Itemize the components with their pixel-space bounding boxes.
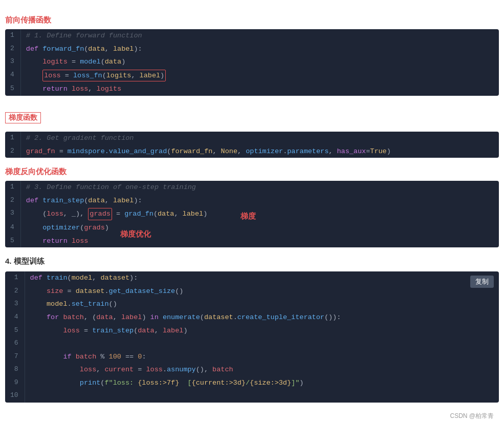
table-row: 1 # 3. Define function of one-step train…	[5, 181, 499, 194]
param: label	[113, 45, 134, 53]
variable: batch	[76, 353, 97, 361]
function-name: train	[47, 274, 68, 282]
function-name: optimizer	[246, 148, 283, 155]
grad-opt-title: 梯度反向优化函数	[5, 167, 499, 177]
variable: logits	[97, 85, 122, 93]
model-train-code-block: 复制 1 def train(model, dataset): 2 size =…	[5, 271, 499, 403]
comma: ,	[105, 45, 113, 53]
grad-opt-code-block: 1 # 3. Define function of one-step train…	[5, 181, 499, 247]
line-number: 7	[5, 350, 25, 364]
param: label	[140, 72, 161, 79]
param-true: True	[370, 148, 386, 155]
forward-code-block: 1 # 1. Define forward function 2 def for…	[5, 29, 499, 96]
code-line: logits = model(data)	[20, 55, 499, 69]
table-row: 5 return loss, logits	[5, 82, 499, 96]
function-name: print	[80, 379, 101, 387]
function-name: forward_fn	[42, 45, 84, 53]
code-line	[25, 337, 499, 350]
watermark: CSDN @柏常青	[5, 412, 499, 420]
variable: batch	[63, 313, 84, 321]
variable: loss	[72, 85, 88, 93]
method-name: create_tuple_iterator	[237, 313, 324, 321]
code-line: (loss, _), grads = grad_fn(data, label)	[20, 207, 499, 221]
param: data	[88, 45, 104, 53]
table-row: 5 return loss	[5, 235, 499, 248]
line-number: 5	[5, 324, 25, 338]
function-name: mindspore.value_and_grad	[68, 148, 167, 155]
model-train-title: 4. 模型训练	[5, 257, 499, 266]
line-number: 3	[5, 298, 25, 311]
line-number: 6	[5, 337, 25, 350]
table-row: 1 # 2. Get gradient function	[5, 132, 499, 145]
variable: size	[47, 287, 63, 295]
line-number: 3	[5, 207, 20, 221]
code-line: def forward_fn(data, label):	[20, 43, 499, 56]
variable: logits	[42, 58, 68, 66]
paren: )	[160, 72, 164, 79]
line-number: 2	[5, 145, 20, 158]
keyword: return	[42, 237, 68, 245]
gradient-title: 梯度函数	[5, 112, 41, 123]
function-name: model	[80, 58, 101, 66]
param: None	[221, 148, 237, 155]
code-line-highlighted: loss = loss_fn(logits, label)	[20, 69, 499, 83]
table-row: 2 def train_step(data, label):	[5, 194, 499, 207]
line-number: 2	[5, 285, 25, 298]
param: model	[72, 274, 93, 282]
table-row: 1 # 1. Define forward function	[5, 29, 499, 43]
model-train-section: 4. 模型训练 复制 1 def train(model, dataset): …	[5, 257, 499, 403]
code-line: print(f"loss: {loss:>7f} [{current:>3d}/…	[25, 376, 499, 390]
table-row: 9 print(f"loss: {loss:>7f} [{current:>3d…	[5, 376, 499, 390]
gradient-code-block: 1 # 2. Get gradient function 2 grad_fn =…	[5, 132, 499, 158]
code-line: grad_fn = mindspore.value_and_grad(forwa…	[20, 145, 499, 158]
code-line: return loss, logits	[20, 82, 499, 96]
line-number: 1	[5, 132, 20, 145]
line-number: 2	[5, 43, 20, 56]
code-line: size = dataset.get_dataset_size()	[25, 285, 499, 298]
param: dataset	[100, 274, 129, 282]
copy-button[interactable]: 复制	[470, 276, 494, 288]
variable: grads	[84, 224, 105, 231]
table-row: 3 logits = model(data)	[5, 55, 499, 69]
line-number: 5	[5, 235, 20, 248]
table-row: 1 def train(model, dataset):	[5, 271, 499, 285]
param: dataset	[204, 313, 233, 321]
line-number: 2	[5, 194, 20, 207]
table-row: 4 for batch, (data, label) in enumerate(…	[5, 311, 499, 324]
variable: label	[163, 327, 184, 334]
paren: ):	[134, 45, 142, 53]
keyword: def	[30, 274, 42, 282]
method-name: get_dataset_size	[109, 287, 176, 295]
function-name: loss_fn	[73, 72, 102, 79]
line-number: 1	[5, 29, 20, 43]
param: forward_fn	[171, 148, 212, 155]
paren: (	[101, 58, 105, 66]
variable: data	[96, 313, 113, 321]
number: 100	[109, 353, 121, 361]
param: data	[88, 197, 104, 204]
param: data	[105, 58, 121, 66]
keyword: def	[26, 197, 38, 204]
code-line: if batch % 100 == 0:	[25, 350, 499, 364]
table-row: 6	[5, 337, 499, 350]
comment-text: # 2. Get gradient function	[26, 134, 134, 142]
line-number: 3	[5, 55, 20, 69]
param: label	[183, 210, 204, 218]
line-number: 1	[5, 271, 25, 285]
paren: (	[102, 72, 106, 79]
param: data	[158, 210, 174, 218]
param: logits	[106, 72, 132, 79]
variable: loss	[44, 72, 60, 79]
code-line: model.set_train()	[25, 298, 499, 311]
line-number: 8	[5, 363, 25, 376]
code-line	[25, 389, 499, 403]
line-number: 4	[5, 69, 20, 83]
model-train-code-table: 1 def train(model, dataset): 2 size = da…	[5, 271, 499, 403]
variable: loss	[47, 210, 63, 218]
variable: current	[104, 366, 134, 373]
highlight-box: loss = loss_fn(logits, label)	[42, 70, 166, 82]
code-line: # 3. Define function of one-step trainin…	[20, 181, 499, 194]
attr-keyword: has_aux	[337, 148, 366, 155]
method-name: set_train	[72, 300, 109, 308]
grads-highlight-box: grads	[88, 208, 112, 220]
